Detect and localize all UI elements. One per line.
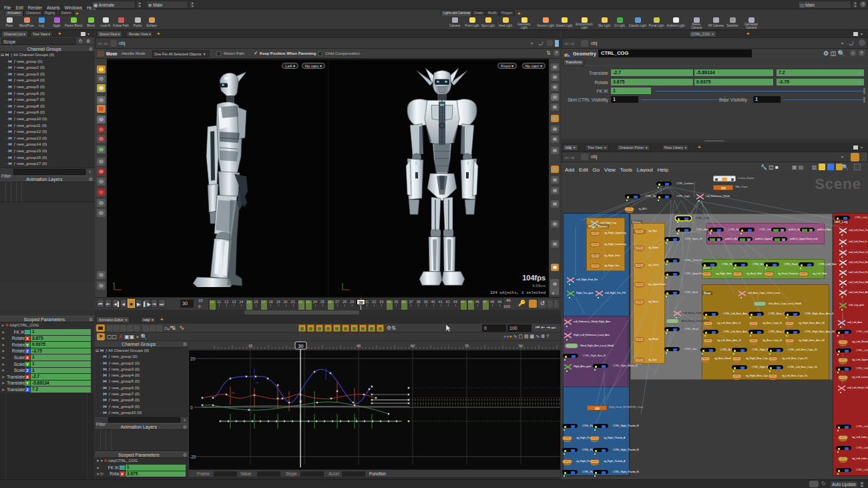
svg-text:sy: sy — [299, 399, 303, 403]
svg-text:30: 30 — [298, 344, 304, 348]
svg-text:-20: -20 — [190, 455, 196, 459]
svg-text:rz: rz — [256, 381, 259, 385]
svg-text:20: 20 — [190, 356, 196, 361]
svg-text:0: 0 — [190, 405, 193, 410]
svg-text:15: 15 — [248, 344, 253, 348]
svg-text:90: 90 — [519, 344, 523, 348]
svg-text:ry: ry — [248, 407, 251, 411]
svg-text:tx: tx — [232, 391, 234, 395]
svg-text:75: 75 — [465, 344, 469, 348]
svg-text:y: y — [113, 281, 114, 284]
svg-text:ty: ty — [355, 417, 357, 421]
svg-text:60: 60 — [411, 344, 415, 348]
svg-text:45: 45 — [357, 344, 361, 348]
